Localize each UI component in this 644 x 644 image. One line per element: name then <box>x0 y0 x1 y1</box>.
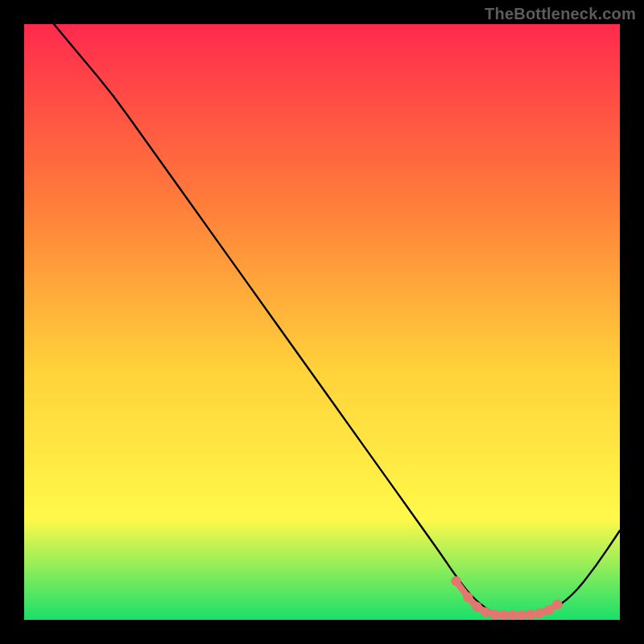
watermark-text: TheBottleneck.com <box>485 5 636 23</box>
optimal-range-marker <box>451 576 460 586</box>
optimal-range-marker <box>472 602 481 612</box>
chart-stage: TheBottleneck.com <box>0 0 644 644</box>
optimal-range-marker <box>535 609 544 618</box>
optimal-range-marker <box>499 610 509 620</box>
optimal-range-marker <box>526 609 535 619</box>
optimal-range-marker <box>517 610 526 620</box>
plot-background <box>24 24 620 620</box>
optimal-range-marker <box>489 609 499 619</box>
optimal-range-marker <box>552 600 562 609</box>
optimal-range-marker <box>543 605 553 615</box>
bottleneck-chart <box>0 0 644 644</box>
optimal-range-marker <box>508 610 518 620</box>
optimal-range-marker <box>463 592 473 602</box>
optimal-range-marker <box>481 607 490 617</box>
